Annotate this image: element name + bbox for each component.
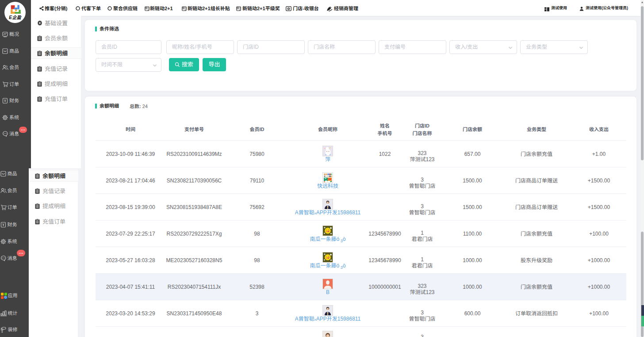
svg-text:E企盈: E企盈 (9, 15, 22, 20)
